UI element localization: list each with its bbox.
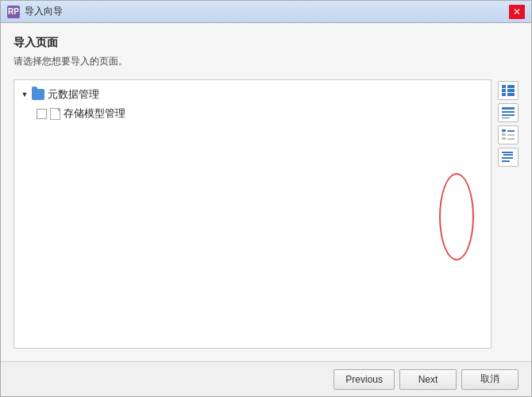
tree-item-root[interactable]: ▼ 元数据管理 <box>17 85 488 104</box>
titlebar: RP 导入向导 ✕ <box>1 1 531 23</box>
svg-rect-9 <box>502 118 510 118</box>
svg-rect-8 <box>502 114 515 116</box>
tree-root-group: ▼ 元数据管理 存储模型管理 <box>17 85 488 123</box>
svg-rect-17 <box>502 152 513 153</box>
detail-view-icon <box>502 107 515 118</box>
page-file-icon-0 <box>50 108 60 120</box>
folder-icon <box>32 89 44 100</box>
next-button[interactable]: Next <box>399 369 457 390</box>
content-area: 导入页面 请选择您想要导入的页面。 ▼ 元数据管理 <box>1 23 531 361</box>
close-button[interactable]: ✕ <box>509 5 525 19</box>
toolbar-right <box>498 79 519 349</box>
expand-icon <box>502 152 515 163</box>
svg-rect-20 <box>502 160 510 162</box>
svg-rect-1 <box>507 85 515 88</box>
footer: Previous Next 取消 <box>1 361 531 396</box>
page-subtitle: 请选择您想要导入的页面。 <box>13 55 519 68</box>
svg-rect-7 <box>502 111 515 113</box>
tree-checkbox-0[interactable] <box>37 109 47 119</box>
page-title: 导入页面 <box>13 36 519 50</box>
svg-rect-3 <box>507 89 515 92</box>
tree-arrow-icon: ▼ <box>21 91 29 98</box>
list-view-button[interactable] <box>498 81 519 100</box>
collapse-icon <box>502 129 515 141</box>
main-panel: ▼ 元数据管理 存储模型管理 <box>13 79 519 349</box>
app-icon: RP <box>7 6 20 18</box>
svg-rect-16 <box>507 138 515 140</box>
detail-view-button[interactable] <box>498 103 519 122</box>
tree-children: 存储模型管理 <box>33 104 488 123</box>
collapse-button[interactable] <box>498 125 519 145</box>
svg-rect-10 <box>502 129 506 132</box>
wizard-window: RP 导入向导 ✕ 导入页面 请选择您想要导入的页面。 ▼ 元数据管理 <box>0 0 532 397</box>
svg-rect-0 <box>502 85 506 88</box>
svg-rect-11 <box>507 130 515 132</box>
titlebar-title: 导入向导 <box>25 5 509 18</box>
tree-root-label: 元数据管理 <box>48 87 99 102</box>
svg-rect-5 <box>507 93 515 96</box>
svg-rect-2 <box>502 89 506 92</box>
svg-rect-15 <box>502 137 506 140</box>
previous-button[interactable]: Previous <box>333 369 395 390</box>
tree-wrapper: ▼ 元数据管理 存储模型管理 <box>13 79 492 349</box>
svg-rect-12 <box>502 133 506 136</box>
expand-button[interactable] <box>498 148 519 167</box>
tree-child-label-0: 存储模型管理 <box>64 106 125 121</box>
list-view-icon <box>502 85 515 96</box>
svg-rect-13 <box>507 134 515 136</box>
svg-rect-19 <box>502 157 513 159</box>
tree-item-child-0[interactable]: 存储模型管理 <box>33 104 488 123</box>
svg-rect-18 <box>503 154 513 156</box>
tree-panel[interactable]: ▼ 元数据管理 存储模型管理 <box>13 79 492 349</box>
svg-rect-4 <box>502 93 506 96</box>
svg-rect-6 <box>502 107 515 110</box>
cancel-button[interactable]: 取消 <box>461 369 519 390</box>
